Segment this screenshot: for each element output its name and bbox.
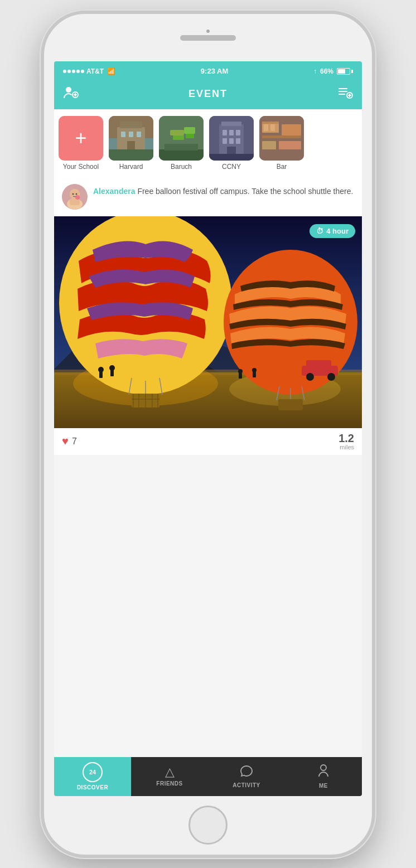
svg-rect-13 — [121, 132, 125, 137]
svg-point-82 — [238, 369, 243, 374]
school-item-baruch[interactable]: Baruch — [159, 116, 204, 171]
svg-rect-42 — [262, 135, 301, 138]
svg-rect-21 — [184, 127, 195, 134]
svg-rect-14 — [129, 132, 133, 137]
school-label-bar: Bar — [277, 163, 287, 171]
svg-rect-22 — [186, 134, 194, 138]
school-thumb-bar — [259, 116, 304, 161]
post-image: ⏱ 4 hour — [54, 216, 362, 428]
svg-rect-33 — [236, 138, 240, 144]
svg-rect-83 — [239, 373, 242, 379]
school-thumb-ccny — [209, 116, 254, 161]
battery-pct-label: 66% — [320, 67, 333, 75]
signal-dot-4 — [76, 70, 80, 73]
school-item-harvard[interactable]: Harvard — [109, 116, 153, 171]
svg-rect-23 — [159, 149, 204, 161]
signal-dot-5 — [81, 70, 84, 73]
school-add-button[interactable]: + — [59, 116, 103, 161]
likes-section[interactable]: ♥ 7 — [62, 435, 77, 448]
svg-rect-17 — [109, 149, 153, 161]
svg-rect-79 — [99, 371, 103, 378]
svg-point-88 — [306, 373, 314, 381]
school-label-harvard: Harvard — [119, 163, 143, 171]
school-image-harvard — [109, 116, 153, 161]
svg-rect-27 — [221, 122, 241, 126]
likes-count: 7 — [72, 437, 77, 447]
nav-label-friends: FRIENDS — [156, 780, 182, 787]
list-add-icon[interactable] — [337, 86, 353, 102]
post-footer: ♥ 7 1.2 miles — [54, 428, 362, 455]
duration-text: 4 hour — [326, 227, 349, 235]
svg-rect-32 — [229, 138, 234, 144]
school-label-baruch: Baruch — [171, 163, 192, 171]
signal-dot-2 — [67, 70, 71, 73]
svg-rect-43 — [262, 141, 276, 149]
school-thumb-baruch — [159, 116, 204, 161]
battery-body — [337, 68, 350, 75]
svg-point-50 — [72, 193, 74, 195]
svg-rect-39 — [264, 124, 268, 131]
wifi-icon: 📶 — [107, 67, 115, 75]
battery-fill — [338, 69, 345, 74]
status-left: AT&T 📶 — [63, 67, 115, 75]
svg-rect-15 — [137, 132, 141, 137]
post-area: Alexandera Free balloon festival off cam… — [54, 177, 362, 757]
location-arrow-icon: ↑ — [313, 67, 317, 75]
nav-item-discover[interactable]: 24 DISCOVER — [54, 757, 131, 796]
svg-rect-85 — [253, 372, 256, 377]
svg-rect-30 — [236, 130, 240, 135]
svg-point-61 — [107, 356, 185, 378]
svg-rect-77 — [278, 399, 303, 410]
svg-rect-38 — [262, 122, 279, 124]
distance-section: 1.2 miles — [338, 433, 354, 450]
svg-rect-41 — [282, 124, 301, 135]
phone-wrapper: AT&T 📶 9:23 AM ↑ 66% — [0, 0, 416, 868]
discover-label-inner: 24 — [89, 769, 96, 775]
svg-rect-28 — [222, 130, 227, 135]
discover-circle-icon: 24 — [83, 762, 103, 782]
nav-item-friends[interactable]: △ FRIENDS — [131, 757, 208, 796]
balloon-scene — [54, 216, 362, 428]
svg-point-51 — [76, 193, 78, 195]
distance-value: 1.2 — [338, 433, 354, 444]
status-bar: AT&T 📶 9:23 AM ↑ 66% — [54, 61, 362, 81]
svg-rect-31 — [222, 138, 227, 144]
svg-rect-19 — [170, 130, 184, 135]
svg-rect-24 — [165, 144, 198, 151]
svg-rect-12 — [120, 122, 142, 128]
avatar — [62, 184, 88, 210]
svg-rect-29 — [229, 130, 234, 135]
status-time: 9:23 AM — [201, 67, 228, 75]
speaker-bar — [180, 35, 236, 41]
svg-point-84 — [252, 368, 257, 372]
screen: AT&T 📶 9:23 AM ↑ 66% — [54, 61, 362, 796]
distance-unit: miles — [338, 444, 354, 450]
svg-rect-35 — [209, 154, 254, 161]
school-image-baruch — [159, 116, 204, 161]
school-label-ccny: CCNY — [222, 163, 241, 171]
school-label-your-school: Your School — [63, 163, 99, 171]
home-button[interactable] — [188, 806, 228, 845]
school-item-your-school[interactable]: + Your School — [59, 116, 103, 171]
post-username: Alexandera — [93, 187, 135, 196]
add-plus-icon: + — [75, 128, 86, 148]
svg-rect-87 — [306, 360, 331, 367]
school-item-ccny[interactable]: CCNY — [209, 116, 254, 171]
svg-rect-81 — [110, 370, 114, 376]
nav-item-me[interactable]: ME — [285, 757, 362, 796]
svg-rect-40 — [270, 124, 275, 131]
post-card: Alexandera Free balloon festival off cam… — [54, 177, 362, 455]
heart-icon: ♥ — [62, 435, 69, 448]
signal-dots — [63, 70, 84, 73]
bottom-nav: 24 DISCOVER △ FRIENDS ACTIVITY — [54, 757, 362, 796]
post-header: Alexandera Free balloon festival off cam… — [54, 177, 362, 216]
school-item-bar[interactable]: Bar — [259, 116, 304, 171]
carrier-label: AT&T — [86, 67, 104, 75]
nav-label-me: ME — [319, 783, 328, 789]
clock-icon: ⏱ — [316, 227, 323, 235]
nav-label-discover: DISCOVER — [77, 784, 108, 791]
add-friends-icon[interactable] — [63, 86, 79, 103]
battery-tip — [351, 70, 353, 73]
balloon-svg — [54, 216, 362, 428]
nav-item-activity[interactable]: ACTIVITY — [208, 757, 285, 796]
